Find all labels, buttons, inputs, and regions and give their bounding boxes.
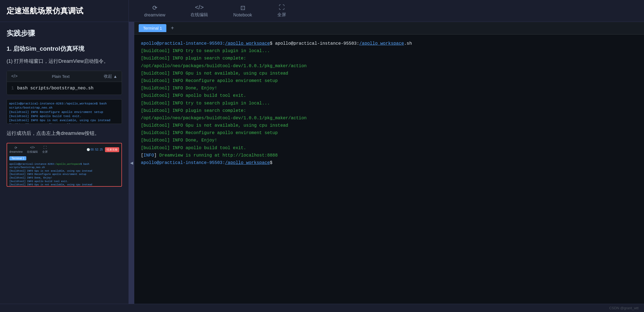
term-line-7: [buildtool] INFO Done, Enjoy! xyxy=(141,85,637,92)
screenshot-preview: ⟳ dreamview </> 在线编辑 ⛶ 全屏 🕐 00: 52: 25 结… xyxy=(7,143,122,187)
step1-desc: (1) 打开终端窗口，运行DreamView启动指令。 xyxy=(7,57,122,65)
nav-editor[interactable]: </> 在线编辑 xyxy=(186,2,212,20)
term-path-1: /apollo_workspace xyxy=(225,41,270,46)
term-path-final: /apollo_workspace xyxy=(225,160,270,165)
term-label-2: [buildtool] xyxy=(141,49,170,53)
step1-desc-bottom: 运行成功后，点击左上角dreamview按钮。 xyxy=(7,129,122,137)
preview-terminal-tab[interactable]: Terminal 1 xyxy=(9,156,26,160)
term-path-line-2: /opt/apollo/neo/packages/buildtool-dev/1… xyxy=(141,116,307,121)
term-line-9: [buildtool] INFO try to search plugin in… xyxy=(141,100,637,107)
terminal-tab-1[interactable]: Terminal 1 xyxy=(139,24,166,32)
term-line-11: /opt/apollo/neo/packages/buildtool-dev/1… xyxy=(141,115,637,122)
chevron-up-icon: ▲ xyxy=(113,74,117,79)
preview-line-2: [buildtool] INFO Reconfigure apollo envi… xyxy=(9,110,119,114)
dreamview-icon: ⟳ xyxy=(152,4,157,12)
term-line-12: [buildtool] INFO Gpu is not available, u… xyxy=(141,122,637,129)
tab-bar: Terminal 1 + xyxy=(134,22,644,35)
term-label-3: [buildtool] xyxy=(141,56,170,61)
terminal-content[interactable]: apollo@practical-instance-95503:/apollo_… xyxy=(134,35,644,304)
preview-nav-dreamview: ⟳ dreamview xyxy=(9,146,22,153)
code-block-header: </> Plain Text 收起 ▲ xyxy=(7,71,122,82)
term-label-13: [buildtool] xyxy=(141,131,170,135)
main: 实践步骤 1. 启动Sim_control仿真环境 (1) 打开终端窗口，运行D… xyxy=(0,22,644,304)
term-line-13: [buildtool] INFO Reconfigure apollo envi… xyxy=(141,129,637,137)
sidebar-section-title: 实践步骤 xyxy=(7,29,122,38)
nav-dreamview[interactable]: ⟳ dreamview xyxy=(140,2,170,20)
editor-icon: </> xyxy=(195,4,204,11)
preview-editor-label: 在线编辑 xyxy=(27,150,38,154)
preview-fullscreen-icon: ⛶ xyxy=(43,146,47,149)
term-line-6: [buildtool] INFO Reconfigure apollo envi… xyxy=(141,77,637,85)
sidebar-collapse-handle[interactable]: ◀ xyxy=(129,22,134,304)
header-left: 定速巡航场景仿真调试 xyxy=(0,0,129,22)
collapse-arrow-icon: ◀ xyxy=(130,161,133,165)
nav-notebook[interactable]: ⊡ Notebook xyxy=(229,2,257,20)
term-line-4: /opt/apollo/neo/packages/buildtool-dev/1… xyxy=(141,63,637,70)
term-line-1: apollo@practical-instance-95503:/apollo_… xyxy=(141,40,637,47)
preview-line-4: [buildtool] INFO Gpu is not available, u… xyxy=(9,118,119,123)
term-label-8: [buildtool] xyxy=(141,93,170,98)
sidebar: 实践步骤 1. 启动Sim_control仿真环境 (1) 打开终端窗口，运行D… xyxy=(0,22,129,304)
term-label-10: [buildtool] xyxy=(141,108,170,113)
nav-editor-label: 在线编辑 xyxy=(190,12,208,18)
term-label-7: [buildtool] xyxy=(141,86,170,91)
prev-term-line-2: [buildtool] INFO Gpu is not available, u… xyxy=(9,169,119,173)
term-path-1b: /apollo_workspace xyxy=(359,41,404,46)
preview-line-5: [buildtool] INFO Reconfigure apollo envi… xyxy=(9,123,119,124)
code-line-number: 1 xyxy=(11,86,14,91)
preview-header: ⟳ dreamview </> 在线编辑 ⛶ 全屏 🕐 00: 52: 25 结… xyxy=(9,146,119,154)
term-label-12: [buildtool] xyxy=(141,123,170,128)
preview-fullscreen-label: 全屏 xyxy=(42,150,48,154)
preview-dreamview-label: dreamview xyxy=(9,150,22,153)
nav-notebook-label: Notebook xyxy=(233,13,252,18)
term-line-8: [buildtool] INFO apollo build tool exit. xyxy=(141,92,637,100)
term-label-15: [buildtool] xyxy=(141,146,170,151)
preview-dreamview-icon: ⟳ xyxy=(15,146,17,150)
prev-term-line-6: [buildtool] INFO Gpu is not available, u… xyxy=(9,183,119,186)
collapse-label: 收起 xyxy=(104,74,112,79)
prev-term-line-3: [buildtool] INFO Reconfigure apollo envi… xyxy=(9,173,119,176)
add-terminal-button[interactable]: + xyxy=(169,24,176,32)
collapse-button[interactable]: 收起 ▲ xyxy=(104,74,117,79)
preview-line-3: [buildtool] INFO apollo build tool exit. xyxy=(9,114,119,118)
term-line-3: [buildtool] INFO plugin search complete: xyxy=(141,55,637,62)
term-label-5: [buildtool] xyxy=(141,71,170,76)
term-label-14: [buildtool] xyxy=(141,138,170,143)
header: 定速巡航场景仿真调试 ⟳ dreamview </> 在线编辑 ⊡ Notebo… xyxy=(0,0,644,22)
term-prompt-final: apollo@practical-instance-95503: xyxy=(141,160,225,165)
code-block: </> Plain Text 收起 ▲ 1 bash scripts/boots… xyxy=(7,71,122,95)
term-prompt-1: apollo@practical-instance-95503: xyxy=(141,41,225,46)
term-info-label: INFO xyxy=(144,153,154,158)
preview-timer: 🕐 00: 52: 25 xyxy=(87,148,103,151)
term-line-15: [buildtool] INFO apollo build tool exit. xyxy=(141,144,637,152)
preview-finish-button[interactable]: 结束实验 xyxy=(105,147,119,152)
term-line-2: [buildtool] INFO try to search plugin in… xyxy=(141,47,637,55)
nav-dreamview-label: dreamview xyxy=(144,13,165,18)
header-nav: ⟳ dreamview </> 在线编辑 ⊡ Notebook ⛶ 全屏 xyxy=(129,0,644,22)
term-cmd-1: $ apollo@practical-instance-95503: xyxy=(270,41,359,46)
fullscreen-icon: ⛶ xyxy=(279,4,285,11)
term-label-9: [buildtool] xyxy=(141,101,170,106)
term-line-14: [buildtool] INFO Done, Enjoy! xyxy=(141,137,637,144)
term-path-line: /opt/apollo/neo/packages/buildtool-dev/1… xyxy=(141,64,307,69)
terminal-preview-small: apollo@practical-instance-8283:/apollo_w… xyxy=(7,99,122,124)
term-line-10: [buildtool] INFO plugin search complete: xyxy=(141,107,637,115)
nav-fullscreen[interactable]: ⛶ 全屏 xyxy=(273,2,290,20)
term-line-17: apollo@practical-instance-95503:/apollo_… xyxy=(141,159,637,167)
code-line-text: bash scripts/bootstrap_neo.sh xyxy=(17,86,93,91)
preview-editor-icon: </> xyxy=(30,146,35,149)
preview-nav-fullscreen: ⛶ 全屏 xyxy=(42,146,48,154)
term-label-6: [buildtool] xyxy=(141,78,170,83)
code-icon: </> xyxy=(11,74,18,79)
footer: CSDN @grant_wtt xyxy=(0,304,644,312)
prev-term-line-5: [buildtool] INFO apollo build tool exit. xyxy=(9,180,119,183)
step1-title: 1. 启动Sim_control仿真环境 xyxy=(7,45,122,53)
notebook-icon: ⊡ xyxy=(240,4,245,12)
prev-term-line-1: apollo@practical-instance-8283:/apollo_w… xyxy=(9,163,119,169)
page-title: 定速巡航场景仿真调试 xyxy=(7,6,83,16)
term-line-5: [buildtool] INFO Gpu is not available, u… xyxy=(141,70,637,77)
term-line-16: [INFO] Dreamview is running at http://lo… xyxy=(141,152,637,159)
preview-terminal: apollo@practical-instance-8283:/apollo_w… xyxy=(9,163,119,187)
footer-user: CSDN @grant_wtt xyxy=(609,306,639,310)
terminal-area: Terminal 1 + apollo@practical-instance-9… xyxy=(134,22,644,304)
